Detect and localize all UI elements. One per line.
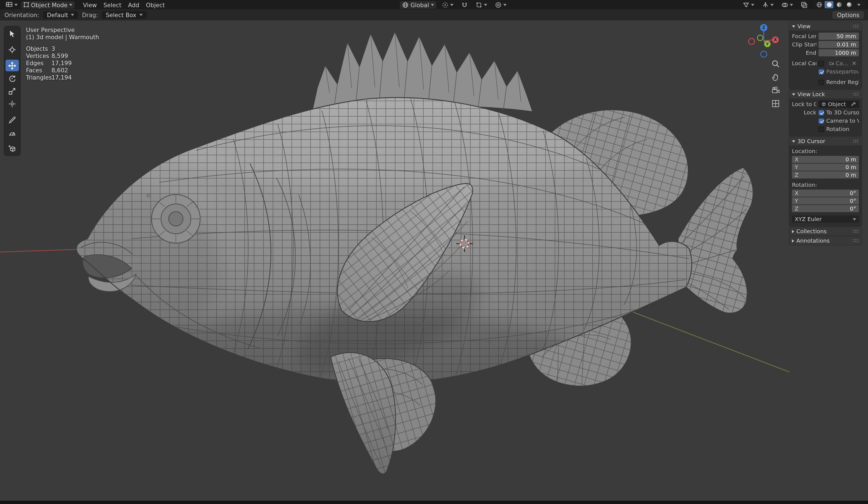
stat-row: Objects3: [26, 45, 99, 52]
cursor-location-z-field[interactable]: Z0 m: [792, 171, 859, 178]
xray-icon: [801, 1, 807, 8]
chevron-down-icon: [484, 3, 487, 6]
mode-selector[interactable]: Object Mode: [21, 1, 75, 9]
lock-rotation-checkbox[interactable]: [818, 126, 824, 132]
tool-select-box[interactable]: [6, 28, 19, 39]
clear-icon[interactable]: [852, 61, 856, 65]
camera-icon: [771, 86, 779, 94]
svg-text:X: X: [774, 37, 777, 42]
3d-cursor-tool-icon: [8, 45, 16, 53]
panel-view-lock-header[interactable]: View Lock: [789, 90, 862, 98]
menu-add[interactable]: Add: [125, 1, 143, 9]
chevron-down-icon: [751, 3, 754, 6]
viewport-overlay-stats: User Perspective (1) 3d model | Warmouth…: [26, 27, 99, 81]
stat-row: Faces8,602: [26, 67, 99, 74]
shading-solid-button[interactable]: [825, 1, 834, 8]
camera-view-button[interactable]: [770, 85, 781, 96]
gizmos-icon: [762, 1, 769, 8]
panel-grip-icon[interactable]: [853, 92, 859, 96]
3d-viewport[interactable]: User Perspective (1) 3d model | Warmouth…: [0, 20, 868, 501]
shading-rendered-button[interactable]: [845, 1, 853, 8]
snap-settings-dropdown[interactable]: [473, 1, 489, 9]
overlays-icon: [782, 1, 788, 8]
proportional-editing-toggle[interactable]: [493, 1, 509, 9]
camera-to-view-checkbox[interactable]: [818, 118, 824, 124]
panel-grip-icon[interactable]: [853, 139, 859, 143]
panel-collections-header[interactable]: Collections: [789, 227, 862, 235]
editor-type-selector[interactable]: [3, 1, 20, 9]
gizmo-axis-x-neg[interactable]: [748, 39, 755, 44]
measure-protractor-icon: [8, 128, 16, 136]
toggle-xray-button[interactable]: [798, 1, 810, 9]
panel-title: Annotations: [796, 238, 829, 244]
menu-view[interactable]: View: [80, 1, 100, 9]
chevron-down-icon: [431, 3, 434, 6]
show-overlays-dropdown[interactable]: [779, 1, 795, 9]
gizmo-axis-y-neg[interactable]: [757, 35, 763, 41]
tool-measure[interactable]: [6, 127, 19, 138]
pivot-point-selector[interactable]: [440, 1, 456, 9]
transform-orientation-selector[interactable]: Global: [400, 1, 436, 9]
clip-start-field[interactable]: 0.01 m: [818, 41, 859, 48]
viewport-menus: View Select Add Object: [80, 1, 168, 9]
panel-annotations-header[interactable]: Annotations: [789, 237, 862, 245]
panel-grip-icon[interactable]: [853, 24, 859, 28]
shading-options-dropdown[interactable]: [855, 1, 863, 8]
shading-material-button[interactable]: [835, 1, 844, 8]
object-visibility-dropdown[interactable]: [741, 1, 756, 9]
show-gizmos-dropdown[interactable]: [760, 1, 776, 9]
focal-length-field[interactable]: 50 mm: [818, 33, 859, 40]
gizmo-axis-x[interactable]: X: [772, 36, 779, 43]
cursor-rotation-y-field[interactable]: Y0°: [792, 197, 859, 204]
cursor-location-y-field[interactable]: Y0 m: [792, 164, 859, 171]
clip-end-field[interactable]: 1000 m: [818, 49, 859, 56]
navigation-axis-gizmo[interactable]: Z X Y: [746, 22, 782, 57]
stat-row: Triangles17,194: [26, 74, 99, 81]
toggle-orthographic-button[interactable]: [770, 98, 781, 109]
chevron-down-icon: [790, 3, 793, 6]
tool-transform[interactable]: [6, 98, 19, 109]
pan-button[interactable]: [770, 71, 781, 82]
viewport-canvas[interactable]: [0, 20, 868, 501]
cursor-rotation-x-field[interactable]: X0°: [792, 190, 859, 197]
stat-row: Vertices8,599: [26, 52, 99, 60]
options-button[interactable]: Options: [833, 11, 864, 19]
zoom-button[interactable]: [770, 58, 781, 69]
tool-annotate[interactable]: [6, 114, 19, 125]
chevron-down-icon: [503, 3, 507, 6]
use-local-camera-checkbox[interactable]: [818, 61, 824, 66]
panel-annotations: Annotations: [789, 237, 862, 245]
render-region-checkbox[interactable]: [818, 79, 824, 85]
gizmo-axis-z[interactable]: Z: [760, 24, 767, 31]
tool-move[interactable]: [6, 60, 19, 71]
cursor-location-x-field[interactable]: X0 m: [792, 156, 859, 163]
drag-dropdown[interactable]: Select Box: [102, 11, 146, 19]
menu-select[interactable]: Select: [100, 1, 125, 9]
panel-grip-icon[interactable]: [853, 239, 859, 243]
menu-object[interactable]: Object: [143, 1, 168, 9]
lock-to-3d-cursor-checkbox[interactable]: [818, 110, 824, 115]
tool-rotate[interactable]: [6, 72, 19, 84]
passepartout-checkbox[interactable]: [818, 69, 824, 74]
eyedropper-icon[interactable]: [851, 102, 856, 107]
shading-wireframe-button[interactable]: [815, 1, 824, 8]
rotation-mode-dropdown[interactable]: XYZ Euler: [792, 216, 859, 223]
camera-to-view-label: Camera to Vi...: [826, 118, 859, 124]
gizmo-axis-y[interactable]: Y: [764, 41, 771, 47]
camera-data-icon: [829, 61, 834, 66]
gizmo-axis-z-neg[interactable]: [761, 51, 767, 57]
panel-view-header[interactable]: View: [789, 22, 862, 30]
panel-3d-cursor-header[interactable]: 3D Cursor: [789, 137, 862, 145]
cursor-rotation-z-field[interactable]: Z0°: [792, 205, 859, 212]
lock-to-object-field[interactable]: Object: [818, 101, 859, 108]
snap-toggle[interactable]: [459, 1, 470, 9]
local-camera-field[interactable]: Ca...: [826, 60, 859, 67]
globe-icon: [402, 1, 409, 8]
orientation-dropdown[interactable]: Default: [43, 11, 78, 19]
panel-grip-icon[interactable]: [853, 229, 859, 233]
scene-collection-label: (1) 3d model | Warmouth: [26, 34, 99, 41]
tool-add-cube[interactable]: [6, 143, 19, 154]
lock-to-object-label: Lock to O...: [792, 101, 816, 107]
tool-cursor[interactable]: [6, 44, 19, 55]
tool-scale[interactable]: [6, 85, 19, 97]
